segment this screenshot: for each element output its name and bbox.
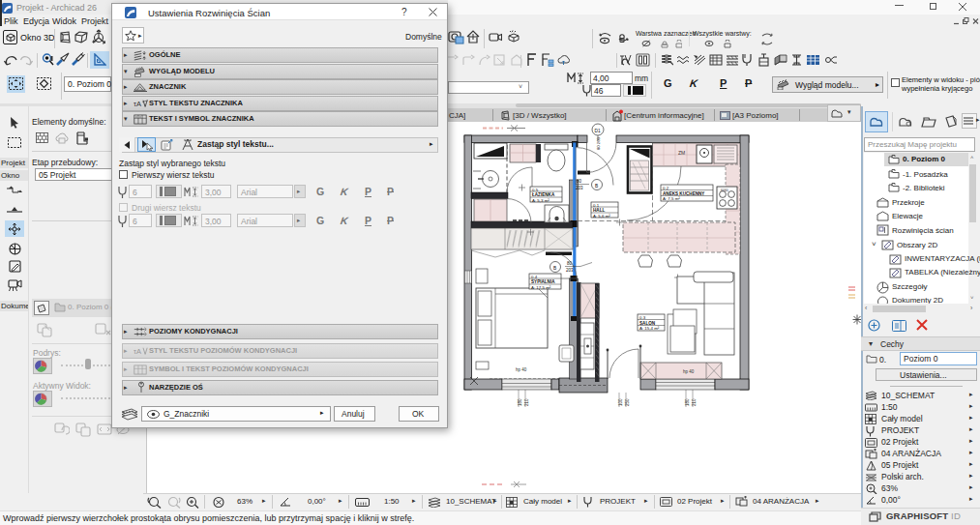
svg-text:80 203: 80 203 xyxy=(596,137,601,150)
svg-text:B: B xyxy=(553,266,556,271)
svg-text:0.5: 0.5 xyxy=(532,188,539,192)
svg-text:80: 80 xyxy=(567,261,573,266)
svg-text:SALON: SALON xyxy=(639,321,656,326)
svg-text:D1: D1 xyxy=(595,129,601,133)
svg-text:hp 40: hp 40 xyxy=(683,369,695,374)
svg-text:203: 203 xyxy=(566,268,574,273)
svg-text:0.2: 0.2 xyxy=(663,186,669,190)
svg-text:0.4: 0.4 xyxy=(531,275,538,279)
svg-text:τΑ: τΑ xyxy=(134,100,141,108)
svg-text:A: 5,6 m²: A: 5,6 m² xyxy=(593,214,610,219)
svg-text:ANEKS KUCHENNY: ANEKS KUCHENNY xyxy=(663,191,704,196)
svg-text:ZM: ZM xyxy=(678,150,685,156)
svg-text:6060: 6060 xyxy=(721,189,728,192)
svg-text:203: 203 xyxy=(576,186,583,190)
svg-text:τΑ: τΑ xyxy=(134,347,141,356)
svg-text:0.1: 0.1 xyxy=(593,203,600,208)
svg-text:A: 5,3 m²: A: 5,3 m² xyxy=(532,198,549,203)
svg-text:A: 7,5 m²: A: 7,5 m² xyxy=(663,196,680,201)
svg-text:80: 80 xyxy=(577,179,582,184)
svg-text:B: B xyxy=(595,184,598,189)
svg-text:A: 17,5 m²: A: 17,5 m² xyxy=(531,285,551,290)
svg-text:hp 40: hp 40 xyxy=(516,367,527,372)
svg-text:A: 15,4 m²: A: 15,4 m² xyxy=(639,326,660,331)
svg-text:0.3: 0.3 xyxy=(639,315,646,320)
